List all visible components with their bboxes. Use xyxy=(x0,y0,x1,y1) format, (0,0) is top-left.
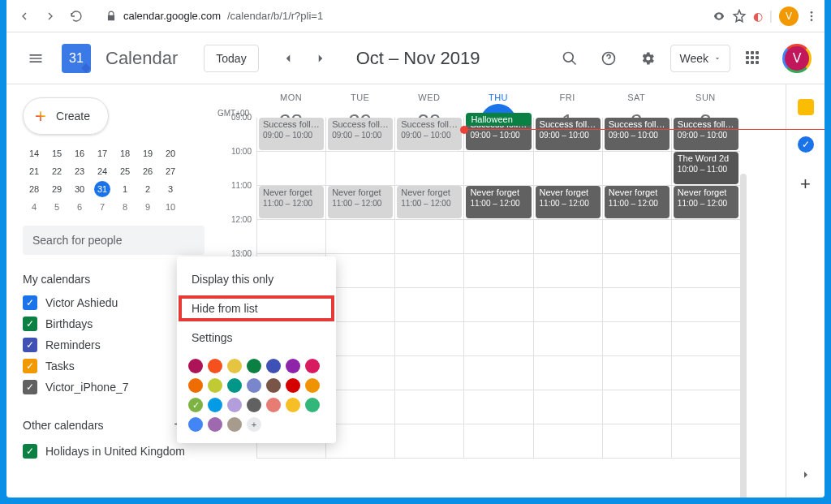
event-block[interactable]: Never forget11:00 – 12:00 xyxy=(397,186,462,218)
browser-profile-avatar[interactable]: V xyxy=(779,6,799,26)
browser-forward-button[interactable] xyxy=(39,5,62,28)
color-swatch[interactable] xyxy=(227,359,242,373)
event-block[interactable]: Never forget11:00 – 12:00 xyxy=(259,186,324,218)
color-swatch[interactable] xyxy=(247,378,261,393)
google-apps-button[interactable] xyxy=(737,42,769,75)
mini-cal-day[interactable]: 6 xyxy=(68,198,91,216)
mini-cal-day[interactable]: 29 xyxy=(45,180,68,198)
color-swatch[interactable] xyxy=(227,417,242,432)
hide-side-panel-button[interactable] xyxy=(799,468,812,485)
color-swatch[interactable] xyxy=(286,359,300,373)
mini-cal-day[interactable]: 18 xyxy=(114,144,136,162)
allday-event[interactable]: Halloween xyxy=(466,113,531,126)
mini-cal-day[interactable]: 7 xyxy=(91,198,114,216)
color-swatch[interactable]: ✓ xyxy=(188,398,203,412)
event-block[interactable]: The Word 2d10:00 – 11:00 xyxy=(674,152,738,184)
mini-cal-day[interactable]: 9 xyxy=(136,198,159,216)
context-menu-item[interactable]: Settings xyxy=(177,323,336,352)
color-swatch[interactable] xyxy=(286,398,300,412)
event-block[interactable]: Success follow09:00 – 10:00 xyxy=(328,118,393,150)
today-button[interactable]: Today xyxy=(204,45,258,72)
color-swatch[interactable] xyxy=(305,378,320,393)
color-swatch[interactable] xyxy=(305,398,320,412)
mini-cal-day[interactable]: 21 xyxy=(23,162,45,180)
mini-cal-day[interactable]: 26 xyxy=(136,162,159,180)
day-column[interactable]: Success follow09:00 – 10:00Never forget1… xyxy=(533,118,602,459)
address-bar[interactable]: calendar.google.com/calendar/b/1/r?pli=1 xyxy=(97,5,703,28)
event-block[interactable]: Success follow09:00 – 10:00 xyxy=(605,118,670,150)
event-block[interactable]: Never forget11:00 – 12:00 xyxy=(605,186,670,218)
event-block[interactable]: Success follow09:00 – 10:00 xyxy=(674,118,738,150)
mini-cal-day[interactable]: 20 xyxy=(159,144,182,162)
mini-cal-day[interactable]: 17 xyxy=(91,144,114,162)
color-swatch[interactable] xyxy=(208,417,222,432)
color-swatch[interactable] xyxy=(266,359,281,373)
day-column[interactable]: Success follow09:00 – 10:00Never forget1… xyxy=(463,118,532,459)
event-block[interactable]: Success follow09:00 – 10:00 xyxy=(397,118,462,150)
mini-cal-day[interactable]: 15 xyxy=(45,144,68,162)
keep-icon[interactable] xyxy=(798,99,814,115)
color-swatch[interactable] xyxy=(227,398,242,412)
color-swatch[interactable] xyxy=(305,359,320,373)
mini-cal-day[interactable]: 22 xyxy=(45,162,68,180)
color-swatch[interactable] xyxy=(188,359,203,373)
mini-cal-day[interactable]: 25 xyxy=(114,162,136,180)
day-column[interactable]: Success follow09:00 – 10:00Never forget1… xyxy=(602,118,671,459)
mini-cal-day[interactable]: 31 xyxy=(94,181,110,197)
calendar-checkbox[interactable]: ✓ xyxy=(23,444,37,459)
main-menu-button[interactable] xyxy=(19,42,52,75)
next-week-button[interactable] xyxy=(308,45,334,71)
day-column[interactable]: Success follow09:00 – 10:00Never forget1… xyxy=(394,118,463,459)
search-button[interactable] xyxy=(553,42,586,75)
calendar-item[interactable]: ✓Holidays in United Kingdom xyxy=(23,441,205,462)
browser-reload-button[interactable] xyxy=(65,5,88,28)
mini-cal-day[interactable]: 24 xyxy=(91,162,114,180)
color-swatch[interactable] xyxy=(266,398,281,412)
tasks-icon[interactable]: ✓ xyxy=(798,136,814,153)
color-swatch[interactable] xyxy=(208,378,222,393)
calendar-checkbox[interactable]: ✓ xyxy=(23,295,37,310)
mini-cal-day[interactable]: 16 xyxy=(68,144,91,162)
event-block[interactable]: Success follow09:00 – 10:00 xyxy=(536,118,601,150)
mini-cal-day[interactable]: 10 xyxy=(159,198,182,216)
prev-week-button[interactable] xyxy=(275,45,301,71)
context-menu-item[interactable]: Display this only xyxy=(177,265,336,294)
view-selector[interactable]: Week xyxy=(670,45,730,72)
mini-cal-day[interactable]: 30 xyxy=(68,180,91,198)
create-button[interactable]: + Create xyxy=(23,97,109,135)
mini-cal-day[interactable]: 2 xyxy=(136,180,159,198)
mini-cal-day[interactable]: 27 xyxy=(159,162,182,180)
mini-cal-day[interactable]: 8 xyxy=(114,198,136,216)
mini-cal-day[interactable]: 28 xyxy=(23,180,45,198)
extension-icon[interactable]: ◐ xyxy=(753,10,763,23)
eye-icon[interactable] xyxy=(713,10,726,23)
color-swatch[interactable] xyxy=(208,398,222,412)
mini-cal-day[interactable]: 3 xyxy=(159,180,182,198)
mini-cal-day[interactable]: 5 xyxy=(45,198,68,216)
calendar-checkbox[interactable]: ✓ xyxy=(23,380,37,394)
event-block[interactable]: Never forget11:00 – 12:00 xyxy=(674,186,738,218)
mini-calendar[interactable]: 1415161718192021222324252627282930311234… xyxy=(23,144,205,216)
add-custom-color-button[interactable]: + xyxy=(247,417,261,432)
color-swatch[interactable] xyxy=(188,378,203,393)
event-block[interactable]: Never forget11:00 – 12:00 xyxy=(536,186,601,218)
account-avatar[interactable]: V xyxy=(782,44,812,73)
search-people-input[interactable]: Search for people xyxy=(23,226,205,255)
context-menu-item[interactable]: Hide from list xyxy=(177,294,336,323)
calendar-checkbox[interactable]: ✓ xyxy=(23,317,37,331)
color-swatch[interactable] xyxy=(247,398,261,412)
color-swatch[interactable] xyxy=(208,359,222,373)
add-addon-button[interactable]: + xyxy=(800,174,811,195)
scrollbar[interactable] xyxy=(740,174,747,498)
browser-menu-icon[interactable] xyxy=(805,10,818,23)
event-block[interactable]: Never forget11:00 – 12:00 xyxy=(466,186,531,218)
star-icon[interactable] xyxy=(732,9,747,24)
mini-cal-day[interactable]: 4 xyxy=(23,198,45,216)
color-swatch[interactable] xyxy=(227,378,242,393)
calendar-checkbox[interactable]: ✓ xyxy=(23,338,37,352)
color-swatch[interactable] xyxy=(188,417,203,432)
calendar-checkbox[interactable]: ✓ xyxy=(23,359,37,373)
support-button[interactable] xyxy=(592,42,625,75)
mini-cal-day[interactable]: 19 xyxy=(136,144,159,162)
mini-cal-day[interactable]: 1 xyxy=(114,180,136,198)
